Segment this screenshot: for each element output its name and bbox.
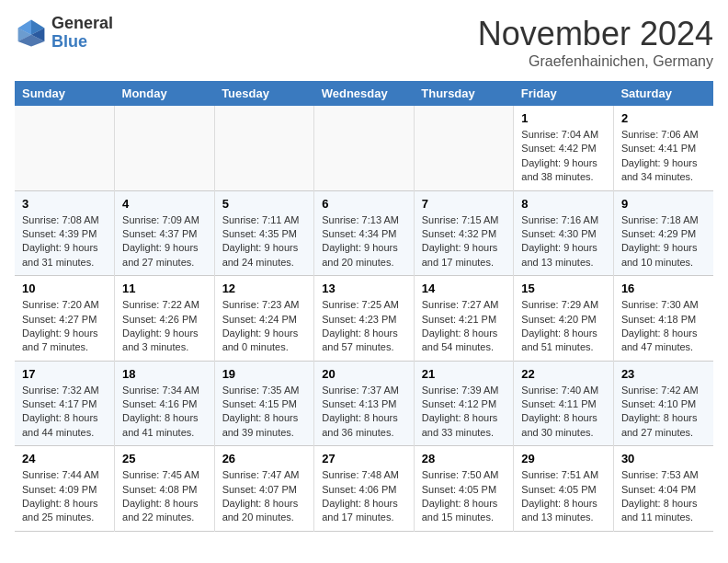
header-wednesday: Wednesday bbox=[314, 81, 415, 106]
day-number-28: 28 bbox=[422, 452, 506, 465]
cell-2-4: 14Sunrise: 7:27 AMSunset: 4:21 PMDayligh… bbox=[414, 276, 514, 362]
day-number-16: 16 bbox=[621, 282, 706, 295]
day-info-11: Sunrise: 7:22 AMSunset: 4:26 PMDaylight:… bbox=[122, 298, 207, 355]
day-number-14: 14 bbox=[422, 282, 506, 295]
day-info-2: Sunrise: 7:06 AMSunset: 4:41 PMDaylight:… bbox=[621, 128, 706, 185]
cell-3-0: 17Sunrise: 7:32 AMSunset: 4:17 PMDayligh… bbox=[15, 361, 115, 446]
day-number-29: 29 bbox=[521, 452, 606, 465]
logo-icon bbox=[15, 17, 48, 50]
day-number-15: 15 bbox=[521, 282, 606, 295]
cell-4-5: 29Sunrise: 7:51 AMSunset: 4:05 PMDayligh… bbox=[514, 446, 614, 532]
day-number-1: 1 bbox=[521, 111, 606, 125]
cell-4-6: 30Sunrise: 7:53 AMSunset: 4:04 PMDayligh… bbox=[613, 446, 713, 532]
cell-0-5: 1Sunrise: 7:04 AMSunset: 4:42 PMDaylight… bbox=[514, 106, 614, 190]
day-info-22: Sunrise: 7:40 AMSunset: 4:11 PMDaylight:… bbox=[521, 384, 606, 441]
calendar-body: 1Sunrise: 7:04 AMSunset: 4:42 PMDaylight… bbox=[15, 106, 713, 531]
day-info-25: Sunrise: 7:45 AMSunset: 4:08 PMDaylight:… bbox=[122, 468, 207, 525]
cell-1-2: 5Sunrise: 7:11 AMSunset: 4:35 PMDaylight… bbox=[214, 190, 314, 276]
cell-1-6: 9Sunrise: 7:18 AMSunset: 4:29 PMDaylight… bbox=[613, 190, 713, 276]
cell-4-0: 24Sunrise: 7:44 AMSunset: 4:09 PMDayligh… bbox=[15, 446, 115, 532]
day-number-18: 18 bbox=[122, 367, 207, 381]
day-info-29: Sunrise: 7:51 AMSunset: 4:05 PMDaylight:… bbox=[521, 468, 606, 525]
cell-3-6: 23Sunrise: 7:42 AMSunset: 4:10 PMDayligh… bbox=[613, 361, 713, 446]
day-info-19: Sunrise: 7:35 AMSunset: 4:15 PMDaylight:… bbox=[222, 384, 307, 441]
cell-2-0: 10Sunrise: 7:20 AMSunset: 4:27 PMDayligh… bbox=[15, 276, 115, 362]
day-number-23: 23 bbox=[621, 367, 706, 381]
cell-4-3: 27Sunrise: 7:48 AMSunset: 4:06 PMDayligh… bbox=[314, 446, 415, 532]
day-number-10: 10 bbox=[22, 282, 107, 295]
cell-0-3 bbox=[314, 106, 415, 190]
day-number-22: 22 bbox=[521, 367, 606, 381]
day-number-25: 25 bbox=[122, 452, 207, 465]
cell-4-1: 25Sunrise: 7:45 AMSunset: 4:08 PMDayligh… bbox=[115, 446, 215, 532]
day-number-8: 8 bbox=[521, 197, 606, 211]
week-row-2: 10Sunrise: 7:20 AMSunset: 4:27 PMDayligh… bbox=[15, 276, 713, 362]
day-number-21: 21 bbox=[422, 367, 506, 381]
calendar-table: Sunday Monday Tuesday Wednesday Thursday… bbox=[15, 81, 713, 532]
day-info-23: Sunrise: 7:42 AMSunset: 4:10 PMDaylight:… bbox=[621, 384, 706, 441]
day-number-5: 5 bbox=[222, 197, 307, 211]
day-info-15: Sunrise: 7:29 AMSunset: 4:20 PMDaylight:… bbox=[521, 298, 606, 355]
cell-2-3: 13Sunrise: 7:25 AMSunset: 4:23 PMDayligh… bbox=[314, 276, 415, 362]
cell-2-6: 16Sunrise: 7:30 AMSunset: 4:18 PMDayligh… bbox=[613, 276, 713, 362]
cell-1-4: 7Sunrise: 7:15 AMSunset: 4:32 PMDaylight… bbox=[414, 190, 514, 276]
day-info-1: Sunrise: 7:04 AMSunset: 4:42 PMDaylight:… bbox=[521, 128, 606, 185]
header-monday: Monday bbox=[115, 81, 215, 106]
day-number-17: 17 bbox=[22, 367, 107, 381]
day-number-3: 3 bbox=[22, 197, 107, 211]
page-header: General Blue November 2024 Graefenhainic… bbox=[15, 15, 713, 70]
header-thursday: Thursday bbox=[414, 81, 514, 106]
logo-text: General Blue bbox=[51, 15, 113, 52]
day-info-5: Sunrise: 7:11 AMSunset: 4:35 PMDaylight:… bbox=[222, 213, 307, 270]
day-number-19: 19 bbox=[222, 367, 307, 381]
cell-1-1: 4Sunrise: 7:09 AMSunset: 4:37 PMDaylight… bbox=[115, 190, 215, 276]
cell-2-2: 12Sunrise: 7:23 AMSunset: 4:24 PMDayligh… bbox=[214, 276, 314, 362]
day-info-17: Sunrise: 7:32 AMSunset: 4:17 PMDaylight:… bbox=[22, 384, 107, 441]
day-number-27: 27 bbox=[322, 452, 406, 465]
day-info-27: Sunrise: 7:48 AMSunset: 4:06 PMDaylight:… bbox=[322, 468, 406, 525]
day-info-4: Sunrise: 7:09 AMSunset: 4:37 PMDaylight:… bbox=[122, 213, 207, 270]
week-row-1: 3Sunrise: 7:08 AMSunset: 4:39 PMDaylight… bbox=[15, 190, 713, 276]
cell-0-6: 2Sunrise: 7:06 AMSunset: 4:41 PMDaylight… bbox=[613, 106, 713, 190]
cell-0-0 bbox=[15, 106, 115, 190]
cell-2-1: 11Sunrise: 7:22 AMSunset: 4:26 PMDayligh… bbox=[115, 276, 215, 362]
day-number-2: 2 bbox=[621, 111, 706, 125]
day-info-21: Sunrise: 7:39 AMSunset: 4:12 PMDaylight:… bbox=[422, 384, 506, 441]
header-tuesday: Tuesday bbox=[214, 81, 314, 106]
header-row: Sunday Monday Tuesday Wednesday Thursday… bbox=[15, 81, 713, 106]
cell-1-5: 8Sunrise: 7:16 AMSunset: 4:30 PMDaylight… bbox=[514, 190, 614, 276]
cell-1-0: 3Sunrise: 7:08 AMSunset: 4:39 PMDaylight… bbox=[15, 190, 115, 276]
cell-4-2: 26Sunrise: 7:47 AMSunset: 4:07 PMDayligh… bbox=[214, 446, 314, 532]
day-info-18: Sunrise: 7:34 AMSunset: 4:16 PMDaylight:… bbox=[122, 384, 207, 441]
day-info-10: Sunrise: 7:20 AMSunset: 4:27 PMDaylight:… bbox=[22, 298, 107, 355]
day-number-20: 20 bbox=[322, 367, 406, 381]
day-number-26: 26 bbox=[222, 452, 307, 465]
cell-3-3: 20Sunrise: 7:37 AMSunset: 4:13 PMDayligh… bbox=[314, 361, 415, 446]
week-row-3: 17Sunrise: 7:32 AMSunset: 4:17 PMDayligh… bbox=[15, 361, 713, 446]
day-info-20: Sunrise: 7:37 AMSunset: 4:13 PMDaylight:… bbox=[322, 384, 406, 441]
day-number-24: 24 bbox=[22, 452, 107, 465]
header-sunday: Sunday bbox=[15, 81, 115, 106]
day-info-24: Sunrise: 7:44 AMSunset: 4:09 PMDaylight:… bbox=[22, 468, 107, 525]
cell-3-2: 19Sunrise: 7:35 AMSunset: 4:15 PMDayligh… bbox=[214, 361, 314, 446]
logo: General Blue bbox=[15, 15, 113, 52]
week-row-4: 24Sunrise: 7:44 AMSunset: 4:09 PMDayligh… bbox=[15, 446, 713, 532]
logo-general: General bbox=[51, 15, 113, 33]
month-title: November 2024 bbox=[478, 15, 713, 53]
day-number-4: 4 bbox=[122, 197, 207, 211]
day-number-13: 13 bbox=[322, 282, 406, 295]
day-info-12: Sunrise: 7:23 AMSunset: 4:24 PMDaylight:… bbox=[222, 298, 307, 355]
day-info-7: Sunrise: 7:15 AMSunset: 4:32 PMDaylight:… bbox=[422, 213, 506, 270]
logo-blue: Blue bbox=[51, 33, 113, 52]
week-row-0: 1Sunrise: 7:04 AMSunset: 4:42 PMDaylight… bbox=[15, 106, 713, 190]
cell-1-3: 6Sunrise: 7:13 AMSunset: 4:34 PMDaylight… bbox=[314, 190, 415, 276]
header-saturday: Saturday bbox=[613, 81, 713, 106]
cell-0-1 bbox=[115, 106, 215, 190]
day-info-13: Sunrise: 7:25 AMSunset: 4:23 PMDaylight:… bbox=[322, 298, 406, 355]
day-info-16: Sunrise: 7:30 AMSunset: 4:18 PMDaylight:… bbox=[621, 298, 706, 355]
calendar-header: Sunday Monday Tuesday Wednesday Thursday… bbox=[15, 81, 713, 106]
day-info-30: Sunrise: 7:53 AMSunset: 4:04 PMDaylight:… bbox=[621, 468, 706, 525]
cell-0-2 bbox=[214, 106, 314, 190]
cell-3-4: 21Sunrise: 7:39 AMSunset: 4:12 PMDayligh… bbox=[414, 361, 514, 446]
day-info-6: Sunrise: 7:13 AMSunset: 4:34 PMDaylight:… bbox=[322, 213, 406, 270]
